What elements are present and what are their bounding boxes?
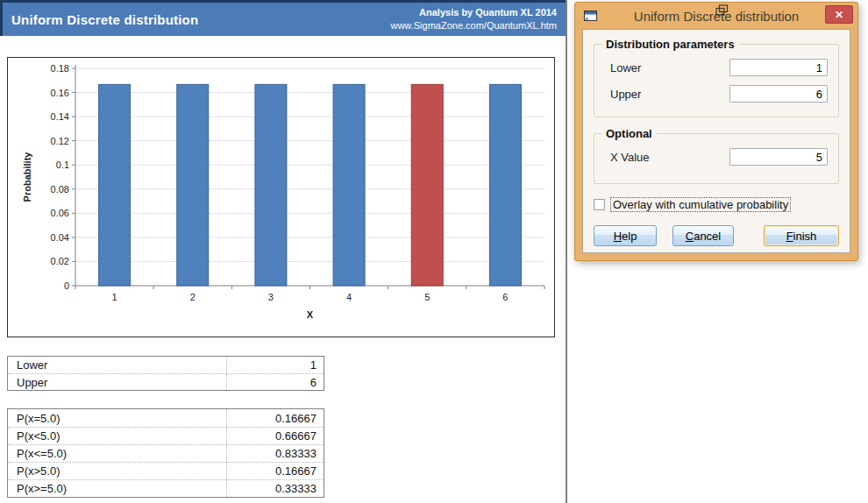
upper-input[interactable] bbox=[729, 85, 828, 103]
x-axis-title: X bbox=[307, 309, 314, 320]
y-tick-label: 0.16 bbox=[51, 88, 69, 98]
bar[interactable] bbox=[255, 84, 287, 286]
field-row-upper: Upper bbox=[605, 85, 828, 103]
y-tick-label: 0.14 bbox=[51, 111, 69, 122]
dialog-body: Distribution parameters Lower Upper Opti… bbox=[582, 29, 850, 253]
dialog-button-row: Help Cancel Finish bbox=[594, 225, 839, 246]
x-tick-label: 4 bbox=[346, 292, 352, 302]
table-cell-value: 0.33333 bbox=[226, 480, 324, 497]
report-header: Uniform Discrete distribution Analysis b… bbox=[0, 0, 566, 36]
distribution-chart[interactable]: 00.020.040.060.080.10.120.140.160.181234… bbox=[7, 57, 555, 337]
distribution-dialog: Uniform Discrete distribution ✕ Distribu… bbox=[574, 2, 858, 261]
bar[interactable] bbox=[489, 84, 521, 286]
x-tick-label: 6 bbox=[502, 292, 508, 302]
overlay-checkbox-label[interactable]: Overlay with cumulative probability bbox=[611, 198, 790, 211]
dialog-title-bar[interactable]: Uniform Discrete distribution ✕ bbox=[575, 3, 857, 29]
table-cell-value: 6 bbox=[226, 374, 324, 390]
credit-block: Analysis by Quantum XL 2014 www.SigmaZon… bbox=[390, 6, 557, 32]
group-distribution-parameters: Distribution parameters Lower Upper bbox=[594, 44, 839, 117]
table-cell-label: P(x>=5.0) bbox=[8, 480, 226, 497]
table-row: P(x>=5.0)0.33333 bbox=[8, 479, 324, 497]
y-tick-label: 0.06 bbox=[51, 208, 69, 218]
bar[interactable] bbox=[177, 84, 209, 286]
table-cell-value: 0.16667 bbox=[226, 409, 324, 427]
table-cell-value: 1 bbox=[226, 357, 324, 373]
x-value-input[interactable] bbox=[729, 148, 828, 166]
table-row: Lower1 bbox=[8, 357, 324, 373]
y-tick-label: 0.04 bbox=[51, 232, 69, 243]
table-row: P(x>5.0)0.16667 bbox=[8, 462, 324, 479]
y-tick-label: 0 bbox=[64, 280, 69, 291]
table-cell-label: P(x=5.0) bbox=[8, 409, 226, 427]
table-cell-label: Lower bbox=[8, 357, 226, 373]
upper-label: Upper bbox=[605, 88, 729, 101]
y-tick-label: 0.18 bbox=[51, 63, 69, 74]
x-tick-label: 3 bbox=[268, 292, 274, 302]
table-cell-label: P(x<5.0) bbox=[8, 428, 226, 444]
credit-line-1: Analysis by Quantum XL 2014 bbox=[390, 6, 557, 19]
overlay-checkbox-row: Overlay with cumulative probability bbox=[594, 198, 839, 211]
table-cell-value: 0.83333 bbox=[226, 445, 324, 462]
bar-highlighted[interactable] bbox=[411, 84, 443, 286]
group-optional: Optional X Value bbox=[594, 133, 839, 184]
lower-label: Lower bbox=[605, 61, 729, 74]
x-value-label: X Value bbox=[605, 151, 729, 164]
y-axis-title: Probability bbox=[22, 152, 32, 202]
table-row: Upper6 bbox=[8, 373, 324, 390]
window-divider bbox=[566, 0, 567, 503]
group-title: Distribution parameters bbox=[601, 38, 739, 51]
x-tick-label: 1 bbox=[112, 292, 117, 302]
lower-input[interactable] bbox=[729, 59, 828, 76]
y-tick-label: 0.12 bbox=[51, 136, 69, 146]
table-cell-value: 0.16667 bbox=[226, 463, 324, 479]
form-cursor-icon bbox=[715, 4, 729, 17]
table-cell-label: P(x>5.0) bbox=[8, 463, 226, 479]
table-cell-label: P(x<=5.0) bbox=[8, 445, 226, 462]
cancel-button[interactable]: Cancel bbox=[672, 225, 734, 246]
field-row-x-value: X Value bbox=[605, 148, 828, 166]
y-tick-label: 0.02 bbox=[51, 256, 69, 266]
field-row-lower: Lower bbox=[605, 59, 828, 76]
finish-button[interactable]: Finish bbox=[764, 225, 839, 246]
bar-chart-svg: 00.020.040.060.080.10.120.140.160.181234… bbox=[8, 58, 554, 337]
group-title: Optional bbox=[601, 127, 657, 140]
y-tick-label: 0.08 bbox=[51, 184, 69, 195]
table-cell-value: 0.66667 bbox=[226, 428, 324, 444]
x-tick-label: 2 bbox=[190, 292, 196, 302]
table-row: P(x=5.0)0.16667 bbox=[8, 409, 324, 427]
bounds-table: Lower1Upper6 bbox=[7, 356, 324, 391]
table-row: P(x<5.0)0.66667 bbox=[8, 427, 324, 444]
bar[interactable] bbox=[99, 84, 131, 286]
page-title: Uniform Discrete distribution bbox=[11, 12, 198, 27]
credit-line-2: www.SigmaZone.com/QuantumXL.htm bbox=[390, 19, 557, 32]
bar[interactable] bbox=[333, 84, 365, 286]
table-cell-label: Upper bbox=[8, 374, 226, 390]
table-row: P(x<=5.0)0.83333 bbox=[8, 444, 324, 462]
x-tick-label: 5 bbox=[424, 292, 430, 302]
probability-table: P(x=5.0)0.16667P(x<5.0)0.66667P(x<=5.0)0… bbox=[7, 408, 324, 498]
close-icon[interactable]: ✕ bbox=[825, 5, 853, 24]
help-button[interactable]: Help bbox=[594, 225, 657, 246]
y-tick-label: 0.1 bbox=[56, 159, 69, 170]
overlay-checkbox[interactable] bbox=[594, 199, 605, 210]
